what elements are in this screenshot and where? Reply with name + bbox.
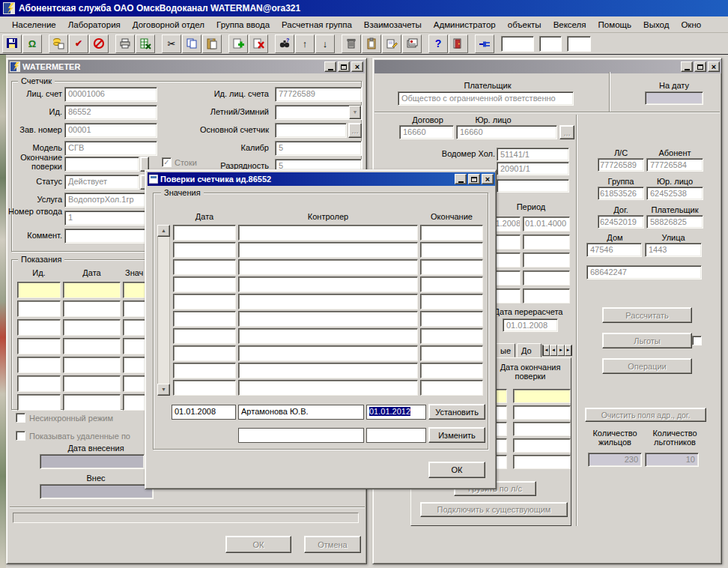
value-date-cell[interactable] [173,345,236,361]
reading-cell[interactable] [17,375,61,392]
value-end-cell[interactable] [420,225,483,241]
maximize-icon[interactable] [338,61,350,72]
value-end-cell[interactable] [420,328,483,344]
vcr-prev-button[interactable]: ◄ [550,345,557,356]
izmenit-button[interactable]: Изменить [428,427,485,443]
help-icon[interactable]: ? [428,34,448,53]
stoki-checkbox[interactable]: ✓ [162,157,172,167]
raschitat-button[interactable]: Рассчитать [602,307,692,323]
reading-cell[interactable] [17,282,61,298]
sql-icon[interactable] [49,34,68,53]
poverki-cell[interactable] [513,405,571,420]
async-mode-checkbox[interactable] [16,413,25,423]
close-icon[interactable]: × [351,61,363,72]
value-controller-cell[interactable] [238,242,418,258]
reading-cell[interactable] [63,375,121,392]
menu-raschetnaya-gruppa[interactable]: Расчетная группа [276,18,358,31]
value-date-cell[interactable] [173,328,236,344]
menu-pomosch[interactable]: Помощь [592,18,637,31]
rollback-icon[interactable] [89,34,109,53]
delete-record-icon[interactable] [249,34,268,53]
chevron-down-icon[interactable]: ▼ [349,106,361,119]
reading-cell[interactable] [17,357,61,373]
menu-vekselya[interactable]: Векселя [547,18,592,31]
menu-laboratoriya[interactable]: Лаборатория [62,18,127,31]
value-date-cell[interactable] [173,380,236,396]
poverki-cell[interactable] [513,438,571,453]
app-titlebar[interactable]: Абонентская служба ОАО ОмскВодоканал WAT… [0,0,728,16]
poverki-cell[interactable] [513,455,571,469]
value-date-cell[interactable] [173,225,236,241]
ochistit-button[interactable]: Очистить поля адр., дог. [585,408,706,422]
clipboard-icon[interactable] [362,34,381,53]
minimize-icon[interactable] [681,61,693,72]
close-icon[interactable]: × [708,61,720,72]
undo-icon[interactable]: Ω [22,34,42,53]
value-date-cell[interactable] [173,242,236,258]
save-icon[interactable] [2,34,22,53]
vcr-last-button[interactable]: ► [565,345,572,356]
reading-cell[interactable] [17,394,61,411]
entry-controller-input[interactable]: Артамонова Ю.В. [238,405,364,420]
value-controller-cell[interactable] [238,363,418,378]
ustanovit-button[interactable]: Установить [428,404,485,420]
lgoty-button[interactable]: Льготы [602,333,692,348]
value-date-cell[interactable] [173,259,236,275]
menu-vzaimozachety[interactable]: Взаимозачеты [358,18,428,31]
period-cell[interactable] [523,271,570,285]
entry-date-input[interactable]: 01.01.2008 [172,405,236,420]
reading-cell[interactable] [63,357,121,373]
value-end-cell[interactable] [420,380,483,396]
scroll-down-icon[interactable]: ▼ [157,384,170,396]
value-date-cell[interactable] [173,277,236,292]
value-controller-cell[interactable] [238,311,418,327]
osnovnoy-schetchik-field[interactable] [275,123,347,138]
value-end-cell[interactable] [420,345,483,361]
plug-icon[interactable] [475,34,494,53]
watermeter-titlebar[interactable]: WATERMETER × [8,60,365,73]
value-controller-cell[interactable] [238,225,418,241]
menu-gruppa-vvoda[interactable]: Группа ввода [210,18,276,31]
payer-lookup-button[interactable]: ... [559,125,574,139]
entry-end-2-input[interactable] [366,428,426,443]
podkl-button[interactable]: Подключить к существующим [420,502,568,517]
edit-note-icon[interactable] [382,34,401,53]
value-date-cell[interactable] [173,363,236,378]
menu-vykhod[interactable]: Выход [637,18,675,31]
menu-okno[interactable]: Окно [675,18,707,31]
export-excel-icon[interactable] [136,34,155,53]
value-controller-cell[interactable] [238,294,418,309]
reading-cell[interactable] [17,338,61,354]
value-controller-cell[interactable] [238,380,418,396]
reading-cell[interactable] [63,282,121,298]
scrollbar-track[interactable] [157,237,170,384]
modal-titlebar[interactable]: Поверки счетчика ид.86552 × [148,172,495,186]
account-titlebar[interactable]: × [374,60,721,73]
value-date-cell[interactable] [173,311,236,327]
poverki-cell[interactable] [513,422,571,436]
value-controller-cell[interactable] [238,277,418,292]
print-icon[interactable] [115,34,135,53]
value-end-cell[interactable] [420,277,483,292]
period-cell[interactable] [523,235,570,250]
entry-controller-2-input[interactable] [238,428,364,443]
toolbar-box-3[interactable] [567,36,591,52]
move-up-icon[interactable]: ↑ [295,34,315,53]
entry-end-input[interactable]: 01.01.2012 [366,405,426,420]
cut-icon[interactable]: ✂ [162,34,181,53]
value-end-cell[interactable] [420,363,483,378]
menu-dogovornoy-otdel[interactable]: Договорной отдел [127,18,210,31]
lgoty-checkbox[interactable] [692,336,702,345]
menu-administrator[interactable]: Администратор [428,18,502,31]
scroll-up-icon[interactable]: ▲ [157,225,170,237]
value-controller-cell[interactable] [238,345,418,361]
cancel-button[interactable]: Отмена [304,536,361,553]
paste-icon[interactable] [202,34,222,53]
toolbar-box-1[interactable] [501,36,534,52]
find-icon[interactable]: ? [275,34,294,53]
value-end-cell[interactable] [420,242,483,258]
menu-naselenie[interactable]: Население [6,18,62,31]
komment-field[interactable] [64,229,151,244]
ok-button[interactable]: ОК [225,536,291,553]
period-cell[interactable] [523,288,570,303]
